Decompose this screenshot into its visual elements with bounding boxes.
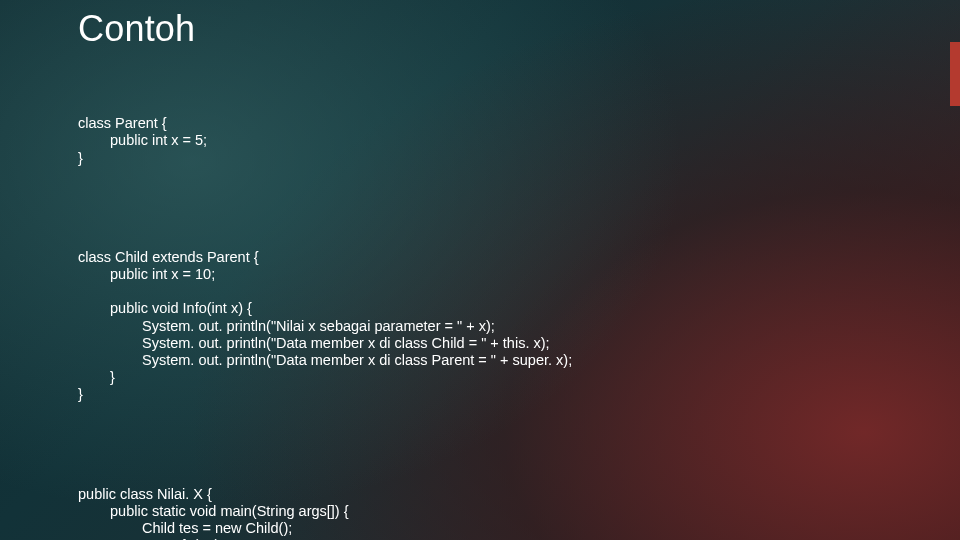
code-line: public static void main(String args[]) {: [78, 503, 349, 519]
code-line: public class Nilai. X {: [78, 486, 212, 502]
code-line: class Child extends Parent {: [78, 249, 259, 265]
code-class-nilaix: public class Nilai. X { public static vo…: [78, 468, 960, 540]
code-line: }: [78, 386, 83, 402]
slide-title: Contoh: [78, 8, 960, 50]
code-line: public int x = 5;: [78, 132, 207, 148]
code-line: }: [78, 150, 83, 166]
code-line: }: [78, 369, 115, 385]
accent-bar: [950, 42, 960, 106]
code-block: class Parent { public int x = 5; } class…: [78, 64, 960, 540]
code-line: Child tes = new Child();: [78, 520, 292, 536]
code-line: class Parent {: [78, 115, 167, 131]
code-class-child: class Child extends Parent { public int …: [78, 232, 960, 403]
code-line: System. out. println("Data member x di c…: [78, 352, 572, 368]
code-line: public int x = 10;: [78, 266, 215, 282]
code-line: System. out. println("Data member x di c…: [78, 335, 550, 351]
code-class-parent: class Parent { public int x = 5; }: [78, 98, 960, 166]
code-line: public void Info(int x) {: [78, 300, 252, 316]
slide-container: Contoh class Parent { public int x = 5; …: [0, 0, 960, 540]
code-line: System. out. println("Nilai x sebagai pa…: [78, 318, 495, 334]
